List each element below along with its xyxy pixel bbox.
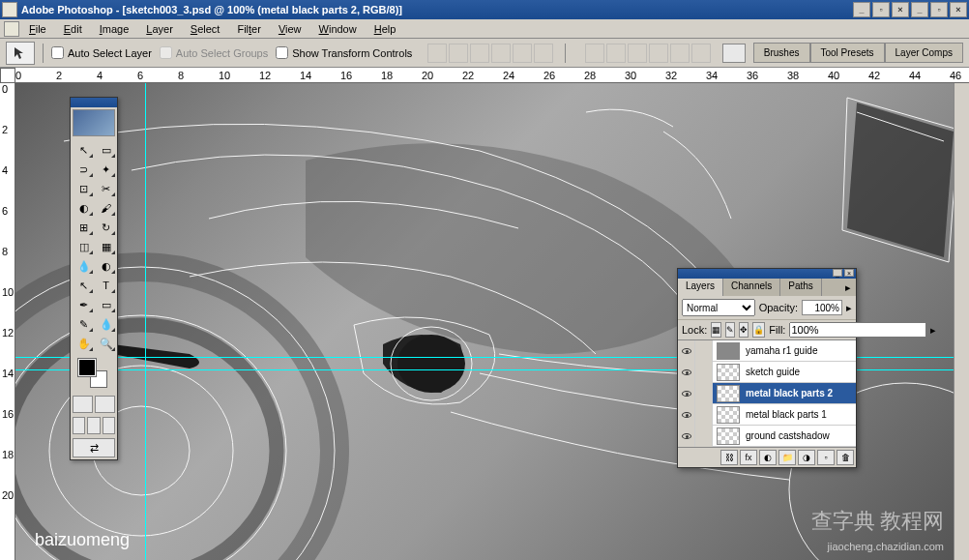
layer-name-label[interactable]: ground castshadow	[744, 430, 856, 441]
layer-thumbnail[interactable]	[717, 385, 740, 402]
screen-full-button[interactable]	[103, 417, 115, 434]
ruler-vertical[interactable]: 02468101214161820	[0, 83, 15, 560]
foreground-color-swatch[interactable]	[78, 359, 96, 376]
layer-name-label[interactable]: yamaha r1 guide	[744, 345, 856, 356]
toolbox[interactable]: ↖▭⊃✦⊡✂◐🖌⊞↻◫▦💧◐↖T✒▭✎💧✋🔍 ⇄	[70, 97, 118, 460]
layer-link-slot[interactable]	[695, 362, 713, 383]
standard-mode-button[interactable]	[73, 396, 93, 413]
opacity-input[interactable]	[802, 300, 842, 315]
panel-minimize-button[interactable]: _	[833, 269, 842, 277]
layer-link-slot[interactable]	[695, 383, 713, 404]
healing-tool[interactable]: ◐	[73, 198, 95, 218]
panel-menu-button[interactable]: ▸	[840, 279, 856, 296]
notes-tool[interactable]: ✎	[73, 314, 95, 334]
layer-mask-button[interactable]: ◐	[759, 450, 777, 465]
channels-tab[interactable]: Channels	[723, 279, 780, 296]
layer-item[interactable]: ground castshadow	[678, 426, 856, 447]
new-folder-button[interactable]: 📁	[778, 450, 796, 465]
doc-minimize-button[interactable]: _	[911, 2, 928, 17]
ruler-horizontal[interactable]: 0246810121416182022242628303234363840424…	[15, 68, 969, 83]
auto-select-layer-checkbox[interactable]: Auto Select Layer	[51, 46, 152, 59]
paths-tab[interactable]: Paths	[780, 279, 822, 296]
quickmask-mode-button[interactable]	[95, 396, 115, 413]
ruler-origin[interactable]	[0, 68, 15, 83]
panel-titlebar[interactable]: _ ×	[678, 269, 856, 279]
layer-item[interactable]: metal black parts 2	[678, 383, 856, 404]
adjustment-layer-button[interactable]: ◑	[798, 450, 815, 465]
layer-item[interactable]: sketch guide	[678, 362, 856, 383]
layer-name-label[interactable]: metal black parts 2	[744, 388, 856, 398]
move-tool[interactable]: ↖	[73, 140, 95, 160]
lock-position-button[interactable]: ✥	[739, 322, 749, 338]
restore-button[interactable]: ▫	[872, 2, 890, 17]
blend-mode-select[interactable]: Normal	[682, 299, 755, 316]
palette-well-button[interactable]	[722, 44, 746, 63]
shape-tool[interactable]: ▭	[95, 295, 117, 314]
delete-layer-button[interactable]: 🗑	[837, 450, 854, 465]
layer-item[interactable]: metal black parts 1	[678, 404, 856, 426]
show-transform-checkbox[interactable]: Show Transform Controls	[276, 46, 412, 59]
layer-thumbnail[interactable]	[717, 364, 740, 381]
layer-item[interactable]: yamaha r1 guide	[678, 340, 856, 362]
wand-tool[interactable]: ✦	[95, 160, 117, 179]
layer-visibility-toggle[interactable]	[678, 362, 695, 383]
marquee-tool[interactable]: ▭	[95, 140, 117, 160]
layer-name-label[interactable]: sketch guide	[744, 367, 856, 377]
menu-file[interactable]: File	[21, 21, 54, 37]
fill-arrow-icon[interactable]: ▸	[930, 324, 936, 337]
link-layers-button[interactable]: ⛓	[720, 450, 738, 465]
layer-thumbnail[interactable]	[717, 427, 740, 445]
layer-visibility-toggle[interactable]	[678, 426, 695, 447]
lock-transparency-button[interactable]: ▦	[711, 322, 721, 338]
layer-visibility-toggle[interactable]	[678, 404, 695, 426]
eraser-tool[interactable]: ◫	[73, 237, 95, 256]
layer-visibility-toggle[interactable]	[678, 383, 695, 404]
pen-tool[interactable]: ✒	[73, 295, 95, 314]
menu-view[interactable]: View	[271, 21, 309, 37]
fill-input[interactable]	[789, 322, 926, 338]
panel-close-button[interactable]: ×	[844, 269, 854, 277]
menu-select[interactable]: Select	[183, 21, 228, 37]
type-tool[interactable]: T	[95, 276, 117, 295]
layer-thumbnail[interactable]	[717, 406, 740, 424]
opacity-arrow-icon[interactable]: ▸	[846, 302, 852, 314]
imageready-button[interactable]: ⇄	[73, 438, 115, 457]
layer-link-slot[interactable]	[695, 404, 713, 426]
hand-tool[interactable]: ✋	[73, 334, 95, 353]
tool-presets-tab[interactable]: Tool Presets	[810, 43, 885, 63]
close-button[interactable]: ×	[892, 2, 909, 17]
layers-tab[interactable]: Layers	[678, 279, 723, 296]
brushes-tab[interactable]: Brushes	[753, 43, 810, 63]
layer-fx-button[interactable]: fx	[740, 450, 757, 465]
menu-layer[interactable]: Layer	[138, 21, 181, 37]
layer-link-slot[interactable]	[695, 426, 713, 447]
layer-link-slot[interactable]	[695, 340, 713, 362]
menu-image[interactable]: Image	[92, 21, 137, 37]
menu-window[interactable]: Window	[311, 21, 365, 37]
ps-icon[interactable]	[4, 21, 19, 37]
path-tool[interactable]: ↖	[73, 276, 95, 295]
gradient-tool[interactable]: ▦	[95, 237, 117, 256]
layer-name-label[interactable]: metal black parts 1	[744, 409, 856, 420]
menu-edit[interactable]: Edit	[56, 21, 90, 37]
lock-all-button[interactable]: 🔒	[752, 322, 765, 338]
brush-tool[interactable]: 🖌	[95, 198, 117, 218]
vertical-scrollbar[interactable]	[954, 83, 969, 560]
minimize-button[interactable]: _	[853, 2, 870, 17]
layer-thumbnail[interactable]	[717, 342, 740, 360]
slice-tool[interactable]: ✂	[95, 179, 117, 198]
dodge-tool[interactable]: ◐	[95, 256, 117, 276]
doc-close-button[interactable]: ×	[950, 2, 967, 17]
layers-panel[interactable]: _ × Layers Channels Paths ▸ Normal Opaci…	[677, 268, 857, 468]
doc-restore-button[interactable]: ▫	[930, 2, 948, 17]
blur-tool[interactable]: 💧	[73, 256, 95, 276]
zoom-tool[interactable]: 🔍	[95, 334, 117, 353]
layer-comps-tab[interactable]: Layer Comps	[885, 43, 963, 63]
lasso-tool[interactable]: ⊃	[73, 160, 95, 179]
guide-vertical[interactable]	[145, 83, 146, 560]
eyedropper-tool[interactable]: 💧	[95, 314, 117, 334]
screen-standard-button[interactable]	[73, 417, 85, 434]
layer-visibility-toggle[interactable]	[678, 340, 695, 362]
lock-pixels-button[interactable]: ✎	[725, 322, 735, 338]
menu-filter[interactable]: Filter	[229, 21, 268, 37]
